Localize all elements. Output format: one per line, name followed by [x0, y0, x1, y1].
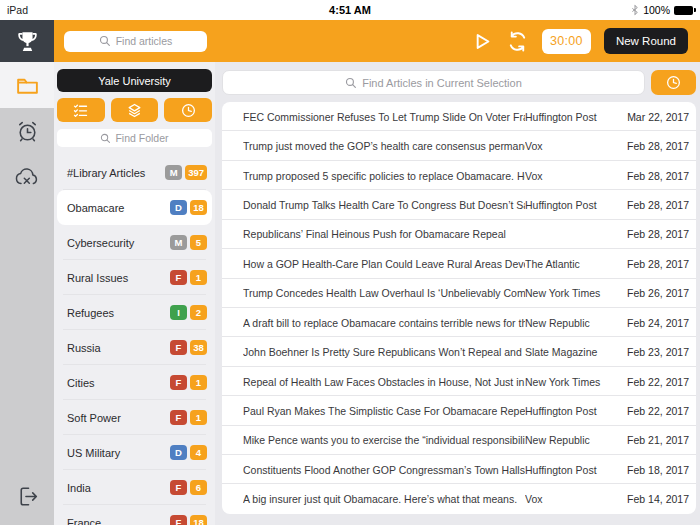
- article-row[interactable]: FEC Commissioner Refuses To Let Trump Sl…: [222, 102, 696, 131]
- app-toolbar: Find articles 30:00 New Round: [0, 20, 700, 62]
- folder-tag-badge: F: [170, 375, 187, 390]
- folder-tag-badge: F: [170, 410, 187, 425]
- folder-row[interactable]: Russia F 38: [57, 330, 212, 365]
- folder-row[interactable]: Cities F 1: [57, 365, 212, 400]
- article-row[interactable]: Trump just moved the GOP’s health care c…: [222, 131, 696, 160]
- article-title: How a GOP Health-Care Plan Could Leave R…: [243, 258, 525, 270]
- folder-row[interactable]: Rural Issues F 1: [57, 260, 212, 295]
- folder-tag-badge: M: [170, 235, 187, 250]
- article-row[interactable]: A big insurer just quit Obamacare. Here’…: [222, 484, 696, 513]
- clock-icon: [665, 74, 682, 91]
- article-date: Feb 14, 2017: [617, 493, 689, 505]
- nav-offline-tab[interactable]: [0, 154, 54, 200]
- article-row[interactable]: Donald Trump Talks Health Care To Congre…: [222, 190, 696, 219]
- folder-name: US Military: [67, 447, 120, 459]
- round-timer[interactable]: 30:00: [542, 29, 591, 54]
- stacks-button[interactable]: [111, 98, 159, 122]
- folder-tag-badge: F: [170, 480, 187, 495]
- folder-row[interactable]: #Library Articles M 397: [57, 155, 212, 190]
- status-clock: 4:51 AM: [0, 4, 700, 16]
- folder-row[interactable]: Obamacare D 18: [57, 190, 212, 225]
- folder-icon: [15, 73, 40, 98]
- folder-name: Obamacare: [67, 202, 124, 214]
- article-title: Paul Ryan Makes The Simplistic Case For …: [243, 405, 525, 417]
- folder-count-badge: 18: [190, 200, 207, 215]
- select-articles-button[interactable]: [57, 98, 105, 122]
- article-row[interactable]: How a GOP Health-Care Plan Could Leave R…: [222, 249, 696, 278]
- recent-folders-button[interactable]: [164, 98, 212, 122]
- article-title: Mike Pence wants you to exercise the “in…: [243, 434, 525, 446]
- cloud-x-icon: [13, 165, 41, 189]
- folder-row[interactable]: US Military D 4: [57, 435, 212, 470]
- article-date: Feb 28, 2017: [617, 258, 689, 270]
- status-bar: iPad 4:51 AM 100%: [0, 0, 700, 20]
- folder-count-badge: 4: [190, 445, 207, 460]
- folder-tag-badge: I: [170, 305, 187, 320]
- article-row[interactable]: John Boehner Is Pretty Sure Republicans …: [222, 337, 696, 366]
- folder-row[interactable]: France F 18: [57, 505, 212, 525]
- folder-row[interactable]: Refugees I 2: [57, 295, 212, 330]
- article-title: Republicans’ Final Heinous Push for Obam…: [243, 228, 525, 240]
- play-icon: [470, 30, 493, 53]
- article-date: Feb 28, 2017: [617, 140, 689, 152]
- folder-badges: F 1: [170, 410, 207, 425]
- folder-tag-badge: F: [170, 515, 187, 525]
- nav-folders-tab[interactable]: [0, 62, 54, 108]
- article-row[interactable]: Trump proposed 5 specific policies to re…: [222, 161, 696, 190]
- article-source: New York Times: [525, 287, 617, 299]
- article-row[interactable]: Mike Pence wants you to exercise the “in…: [222, 426, 696, 455]
- article-source: Huffington Post: [525, 111, 617, 123]
- folder-count-badge: 38: [190, 340, 207, 355]
- folder-row[interactable]: Soft Power F 1: [57, 400, 212, 435]
- folder-badges: I 2: [170, 305, 207, 320]
- article-source: New York Times: [525, 376, 617, 388]
- folder-row[interactable]: India F 6: [57, 470, 212, 505]
- article-source: Vox: [525, 493, 617, 505]
- search-icon: [99, 35, 111, 47]
- folder-count-badge: 2: [190, 305, 207, 320]
- refresh-button[interactable]: [506, 30, 529, 53]
- article-date: Mar 22, 2017: [617, 111, 689, 123]
- article-date: Feb 24, 2017: [617, 317, 689, 329]
- logout-button[interactable]: [0, 473, 54, 519]
- nav-timer-tab[interactable]: [0, 108, 54, 154]
- folder-count-badge: 397: [185, 165, 207, 180]
- article-row[interactable]: Republicans’ Final Heinous Push for Obam…: [222, 220, 696, 249]
- folder-count-badge: 1: [190, 410, 207, 425]
- article-title: FEC Commissioner Refuses To Let Trump Sl…: [243, 111, 525, 123]
- clock-icon: [180, 102, 197, 119]
- article-source: Huffington Post: [525, 464, 617, 476]
- folder-name: #Library Articles: [67, 167, 145, 179]
- article-row[interactable]: Repeal of Health Law Faces Obstacles in …: [222, 367, 696, 396]
- article-source: Huffington Post: [525, 405, 617, 417]
- university-button[interactable]: Yale University: [57, 69, 212, 92]
- play-round-button[interactable]: [470, 30, 493, 53]
- article-source: Huffington Post: [525, 199, 617, 211]
- find-folder-input[interactable]: Find Folder: [57, 129, 212, 147]
- find-articles-in-selection-input[interactable]: Find Articles in Current Selection: [222, 70, 645, 95]
- new-round-button[interactable]: New Round: [604, 28, 688, 54]
- article-list: FEC Commissioner Refuses To Let Trump Sl…: [222, 102, 696, 514]
- folder-name: Rural Issues: [67, 272, 128, 284]
- folder-name: Soft Power: [67, 412, 121, 424]
- folder-tag-badge: M: [165, 165, 182, 180]
- find-articles-input[interactable]: Find articles: [64, 31, 207, 52]
- article-row[interactable]: Paul Ryan Makes The Simplistic Case For …: [222, 396, 696, 425]
- folder-count-badge: 18: [190, 515, 207, 525]
- search-icon: [100, 133, 111, 144]
- article-row[interactable]: A draft bill to replace Obamacare contai…: [222, 308, 696, 337]
- folder-badges: M 397: [165, 165, 207, 180]
- app-logo-button[interactable]: [0, 20, 54, 62]
- article-title: Trump just moved the GOP’s health care c…: [243, 140, 525, 152]
- find-articles-placeholder: Find articles: [116, 35, 173, 47]
- search-icon: [345, 77, 357, 89]
- article-source: New Republic: [525, 317, 617, 329]
- folder-row[interactable]: Cybersecurity M 5: [57, 225, 212, 260]
- folder-badges: M 5: [170, 235, 207, 250]
- layers-icon: [126, 102, 143, 119]
- folder-name: India: [67, 482, 91, 494]
- article-row[interactable]: Constituents Flood Another GOP Congressm…: [222, 455, 696, 484]
- recent-articles-button[interactable]: [651, 70, 696, 95]
- article-row[interactable]: Trump Concedes Health Law Overhaul Is ‘U…: [222, 279, 696, 308]
- folder-panel: Yale University: [54, 62, 215, 525]
